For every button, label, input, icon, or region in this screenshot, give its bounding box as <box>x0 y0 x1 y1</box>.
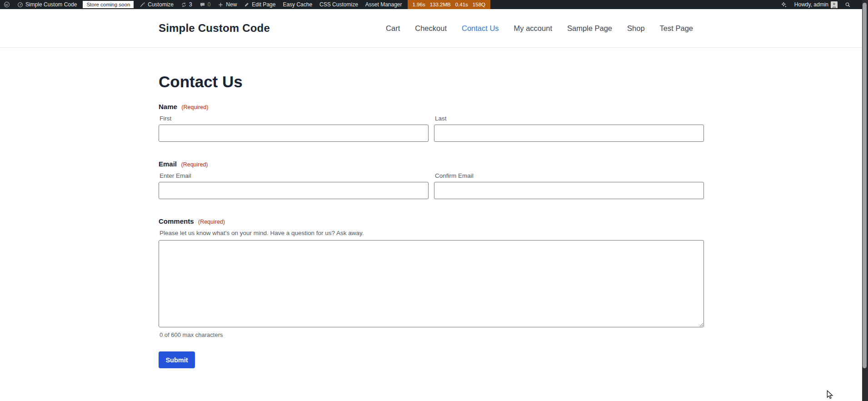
nav-item-sample-page[interactable]: Sample Page <box>567 24 612 33</box>
nav-item-checkout[interactable]: Checkout <box>415 24 447 33</box>
site-menu[interactable]: Simple Custom Code <box>14 0 80 9</box>
easy-cache-label: Easy Cache <box>283 1 312 8</box>
character-counter: 0 of 600 max characters <box>159 331 704 338</box>
enter-email-column: Enter Email <box>159 168 429 199</box>
last-name-sublabel: Last <box>434 115 704 122</box>
comments-description: Please let us know what's on your mind. … <box>159 230 704 236</box>
browser-scrollbar[interactable] <box>862 0 868 401</box>
perf-query-count: 158Q <box>473 2 485 7</box>
search-icon <box>845 2 851 8</box>
store-coming-soon-badge: Store coming soon <box>83 1 134 8</box>
name-field-label-row: Name (Required) <box>159 103 704 111</box>
updates-count: 3 <box>189 1 192 8</box>
customize-label: Customize <box>148 1 174 8</box>
asset-manager-menu[interactable]: Asset Manager <box>362 0 406 9</box>
comments-menu[interactable]: 0 <box>196 0 215 9</box>
comments-field-section: Comments (Required) Please let us know w… <box>159 217 704 338</box>
primary-nav: Cart Checkout Contact Us My account Samp… <box>386 24 704 33</box>
last-name-input[interactable] <box>434 125 704 142</box>
enter-email-sublabel: Enter Email <box>159 172 429 179</box>
comments-field-label: Comments <box>159 217 194 225</box>
avatar <box>831 1 838 8</box>
email-field-label-row: Email (Required) <box>159 160 704 168</box>
site-name-label: Simple Custom Code <box>25 1 77 8</box>
last-name-column: Last <box>434 111 704 142</box>
sparkles-icon <box>781 1 787 8</box>
site-title-link[interactable]: Simple Custom Code <box>159 22 270 35</box>
site-header: Simple Custom Code Cart Checkout Contact… <box>0 9 863 48</box>
first-name-column: First <box>159 111 429 142</box>
email-field-section: Email (Required) Enter Email Confirm Ema… <box>159 160 704 199</box>
ai-sparkles-menu[interactable] <box>777 0 791 9</box>
first-name-sublabel: First <box>159 115 429 122</box>
scrollbar-thumb[interactable] <box>863 3 867 368</box>
comment-bubble-icon <box>200 2 205 8</box>
edit-page-menu[interactable]: Edit Page <box>240 0 279 9</box>
wp-logo-menu[interactable] <box>0 0 14 9</box>
howdy-label: Howdy, admin <box>794 1 828 8</box>
confirm-email-column: Confirm Email <box>434 168 704 199</box>
enter-email-input[interactable] <box>159 182 429 199</box>
page-title: Contact Us <box>159 73 704 91</box>
updates-refresh-icon <box>181 2 187 8</box>
easy-cache-menu[interactable]: Easy Cache <box>279 0 316 9</box>
comments-required-indicator: (Required) <box>198 219 225 225</box>
page-content: Contact Us Name (Required) First Last <box>159 73 704 368</box>
brush-icon <box>140 2 145 8</box>
nav-item-my-account[interactable]: My account <box>514 24 552 33</box>
first-name-input[interactable] <box>159 125 429 142</box>
nav-item-shop[interactable]: Shop <box>627 24 645 33</box>
confirm-email-sublabel: Confirm Email <box>434 172 704 179</box>
new-content-menu[interactable]: New <box>214 0 240 9</box>
email-field-label: Email <box>159 160 177 168</box>
admin-search[interactable] <box>841 0 854 9</box>
customize-menu[interactable]: Customize <box>136 0 177 9</box>
updates-menu[interactable]: 3 <box>177 0 196 9</box>
confirm-email-input[interactable] <box>434 182 704 199</box>
nav-item-cart[interactable]: Cart <box>386 24 400 33</box>
wordpress-logo-icon <box>4 1 10 8</box>
name-field-section: Name (Required) First Last <box>159 103 704 142</box>
comments-count: 0 <box>208 1 211 8</box>
perf-query-time: 0.41s <box>455 2 468 7</box>
nav-item-contact-us[interactable]: Contact Us <box>462 24 499 33</box>
submit-button[interactable]: Submit <box>159 351 195 368</box>
nav-item-test-page[interactable]: Test Page <box>660 24 693 33</box>
performance-stats-badge[interactable]: 1.96s 133.2MB 0.41s 158Q <box>408 0 490 9</box>
email-required-indicator: (Required) <box>181 161 208 168</box>
pencil-icon <box>244 2 249 7</box>
plus-icon <box>218 2 224 8</box>
name-field-label: Name <box>159 103 177 110</box>
my-account-menu[interactable]: Howdy, admin <box>791 0 841 9</box>
site-dashboard-icon <box>17 2 23 8</box>
asset-manager-label: Asset Manager <box>365 1 402 8</box>
css-customize-menu[interactable]: CSS Customize <box>316 0 362 9</box>
perf-load-time: 1.96s <box>413 2 425 7</box>
mouse-cursor <box>826 390 834 401</box>
browser-viewport: Simple Custom Code Store coming soon Cus… <box>0 0 863 401</box>
perf-memory: 133.2MB <box>430 2 451 7</box>
comments-textarea[interactable] <box>159 240 704 327</box>
new-label: New <box>226 1 237 8</box>
edit-page-label: Edit Page <box>252 1 275 8</box>
css-customize-label: CSS Customize <box>319 1 358 8</box>
wp-admin-bar: Simple Custom Code Store coming soon Cus… <box>0 0 863 9</box>
comments-field-label-row: Comments (Required) <box>159 217 704 226</box>
name-required-indicator: (Required) <box>181 104 208 110</box>
admin-bar-right-group: Howdy, admin <box>777 0 863 9</box>
